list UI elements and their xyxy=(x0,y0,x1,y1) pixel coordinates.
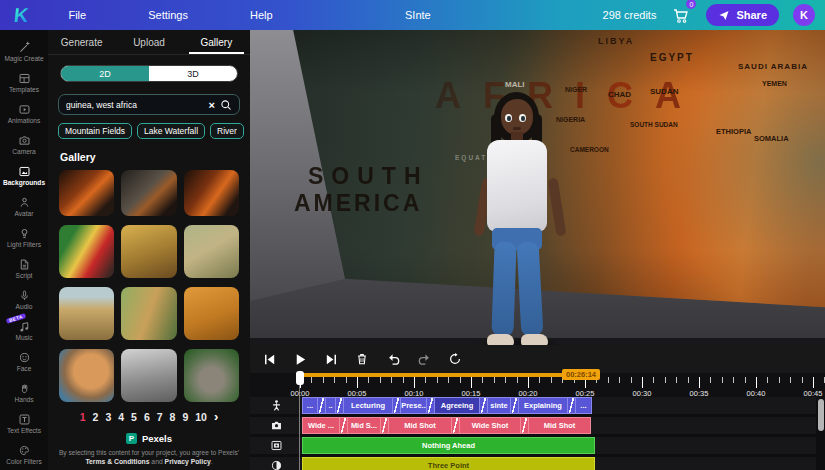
gallery-thumbnail[interactable] xyxy=(121,287,176,340)
clip-transition[interactable] xyxy=(318,397,325,414)
clip-transition[interactable] xyxy=(511,397,518,414)
toggle-3d[interactable]: 3D xyxy=(149,66,237,81)
undo-button[interactable] xyxy=(382,348,404,370)
timeline-clip[interactable]: .. xyxy=(325,397,336,414)
sidebar-item-animations[interactable]: Animations xyxy=(0,98,48,129)
sidebar-item-hands[interactable]: Hands xyxy=(0,377,48,408)
clip-transition[interactable] xyxy=(521,417,528,434)
skip-start-button[interactable] xyxy=(258,348,280,370)
timeline-clip[interactable]: Three Point xyxy=(302,457,595,470)
app-logo[interactable]: K xyxy=(13,4,30,27)
sidebar-item-audio[interactable]: Audio xyxy=(0,284,48,315)
scene-viewport[interactable]: AFRICA SOUTH AMERICA LIBYA EGYPT SAUDI A… xyxy=(250,30,825,345)
clip-transition[interactable] xyxy=(340,417,347,434)
tab-generate[interactable]: Generate xyxy=(48,30,115,54)
page-5[interactable]: 5 xyxy=(131,411,137,423)
gallery-thumbnail[interactable] xyxy=(121,170,176,216)
color-palette-icon xyxy=(18,444,31,457)
filter-chips: Mountain Fields Lake Waterfall River T xyxy=(58,123,244,139)
privacy-link[interactable]: Privacy Policy xyxy=(165,458,211,465)
menu-file[interactable]: File xyxy=(68,9,86,21)
map-label: MALI xyxy=(505,80,525,89)
sidebar-item-color-filters[interactable]: Color Filters xyxy=(0,439,48,470)
page-1[interactable]: 1 xyxy=(80,411,86,423)
tab-gallery[interactable]: Gallery xyxy=(183,30,250,54)
timeline-clip[interactable]: Prese.. xyxy=(400,397,427,414)
sidebar-item-text-effects[interactable]: Text Effects xyxy=(0,408,48,439)
timeline-clip[interactable]: Agreeing xyxy=(434,397,480,414)
clip-transition[interactable] xyxy=(452,417,459,434)
timeline-clip[interactable]: Mid Shot xyxy=(388,417,452,434)
sidebar-item-avatar[interactable]: Avatar xyxy=(0,191,48,222)
skip-end-button[interactable] xyxy=(320,348,342,370)
menu-help[interactable]: Help xyxy=(250,9,273,21)
chip-mountain-fields[interactable]: Mountain Fields xyxy=(58,123,132,139)
user-avatar[interactable]: K xyxy=(793,4,815,26)
next-page-icon[interactable]: › xyxy=(214,412,218,422)
page-10[interactable]: 10 xyxy=(195,411,207,423)
search-icon[interactable] xyxy=(220,99,232,111)
clip-transition[interactable] xyxy=(427,397,434,414)
sidebar-item-script[interactable]: Script xyxy=(0,253,48,284)
clip-transition[interactable] xyxy=(381,417,388,434)
chip-lake-waterfall[interactable]: Lake Waterfall xyxy=(137,123,205,139)
gallery-thumbnail[interactable] xyxy=(121,349,176,402)
gallery-thumbnail[interactable] xyxy=(184,170,239,216)
timeline-clip[interactable]: Wide Shot xyxy=(459,417,521,434)
clip-transition[interactable] xyxy=(480,397,487,414)
terms-link[interactable]: Terms & Conditions xyxy=(85,458,149,465)
clear-search-icon[interactable]: × xyxy=(209,99,215,111)
menu-settings[interactable]: Settings xyxy=(148,9,188,21)
avatar-character[interactable] xyxy=(475,90,565,345)
sidebar-item-magic-create[interactable]: Magic Create xyxy=(0,36,48,67)
sidebar-item-camera[interactable]: Camera xyxy=(0,129,48,160)
page-7[interactable]: 7 xyxy=(157,411,163,423)
timeline-clip[interactable]: ... xyxy=(302,397,318,414)
sidebar-item-templates[interactable]: Templates xyxy=(0,67,48,98)
page-6[interactable]: 6 xyxy=(144,411,150,423)
gallery-thumbnail[interactable] xyxy=(59,349,114,402)
gallery-thumbnail[interactable] xyxy=(59,170,114,216)
playhead[interactable] xyxy=(296,371,304,385)
timeline-clip[interactable]: sinte xyxy=(487,397,511,414)
share-button[interactable]: Share xyxy=(706,4,779,26)
timeline-clip[interactable]: ... xyxy=(575,397,592,414)
gallery-thumbnail[interactable] xyxy=(184,349,239,402)
play-button[interactable] xyxy=(289,348,311,370)
cart-button[interactable]: 0 xyxy=(670,4,692,26)
sidebar-item-face[interactable]: Face xyxy=(0,346,48,377)
page-2[interactable]: 2 xyxy=(93,411,99,423)
timeline-scrollbar[interactable] xyxy=(818,399,824,431)
gallery-thumbnail[interactable] xyxy=(121,225,176,278)
gallery-thumbnail[interactable] xyxy=(184,225,239,278)
sidebar-item-label: Avatar xyxy=(15,210,34,217)
timeline-clip[interactable]: Lecturing xyxy=(343,397,393,414)
clip-transition[interactable] xyxy=(393,397,400,414)
timeline-clip[interactable]: Nothing Ahead xyxy=(302,437,595,454)
toggle-2d[interactable]: 2D xyxy=(61,66,149,81)
delete-button[interactable] xyxy=(351,348,373,370)
pexels-brand[interactable]: Pexels xyxy=(142,433,172,444)
search-input[interactable] xyxy=(66,100,209,110)
page-8[interactable]: 8 xyxy=(170,411,176,423)
page-4[interactable]: 4 xyxy=(118,411,124,423)
sidebar-item-light-filters[interactable]: Light Filters xyxy=(0,222,48,253)
sidebar-item-music[interactable]: BETA Music xyxy=(0,315,48,346)
clip-transition[interactable] xyxy=(568,397,575,414)
timeline-clip[interactable]: Wide ... xyxy=(302,417,340,434)
timeline-clip[interactable]: Explaining xyxy=(518,397,568,414)
page-3[interactable]: 3 xyxy=(105,411,111,423)
gallery-thumbnail[interactable] xyxy=(59,287,114,340)
tab-upload[interactable]: Upload xyxy=(115,30,182,54)
loop-button[interactable] xyxy=(444,348,466,370)
page-9[interactable]: 9 xyxy=(182,411,188,423)
redo-button[interactable] xyxy=(413,348,435,370)
sidebar-item-backgrounds[interactable]: Backgrounds xyxy=(0,160,48,191)
gallery-thumbnail[interactable] xyxy=(59,225,114,278)
timeline-clip[interactable]: Mid S... xyxy=(347,417,381,434)
hand-icon xyxy=(18,382,31,395)
chip-river[interactable]: River xyxy=(210,123,244,139)
clip-transition[interactable] xyxy=(336,397,343,414)
gallery-thumbnail[interactable] xyxy=(184,287,239,340)
timeline-clip[interactable]: Mid Shot xyxy=(528,417,591,434)
